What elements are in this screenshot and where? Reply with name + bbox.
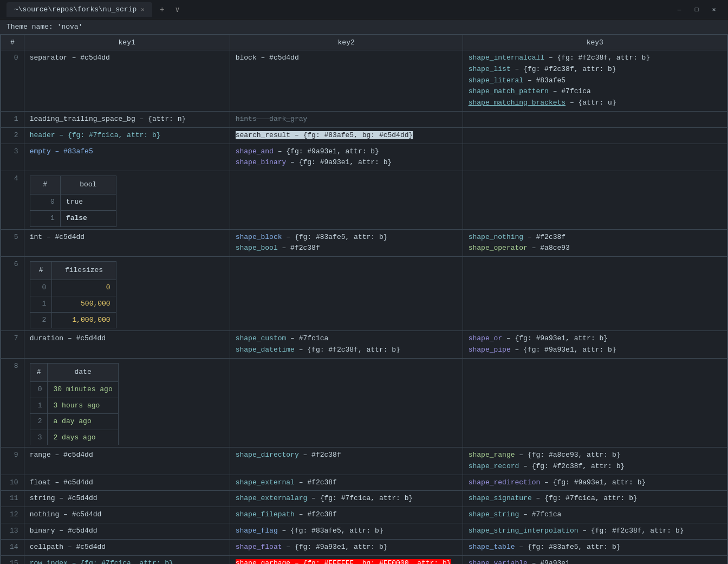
tab-active[interactable]: ~\source\repos\forks\nu_scrip ✕ (6, 2, 152, 17)
row-num-15: 15 (1, 555, 24, 564)
cell-11-key2: shape_externalarg – {fg: #7fc1ca, attr: … (230, 491, 463, 507)
cell-3-key3 (463, 144, 727, 171)
cell-15-key1: row_index – {fg: #7fc1ca, attr: b} (24, 555, 230, 564)
cell-6-key2 (230, 257, 463, 331)
cell-7-key1: duration – #c5d4dd (24, 331, 230, 359)
list-item: 2 1,000,000 (30, 312, 116, 328)
cell-9-key1: range – #c5d4dd (24, 447, 230, 475)
fs-col-filesizes: filesizes (52, 262, 116, 280)
cell-10-key3: shape_redirection – {fg: #9a93e1, attr: … (463, 475, 727, 491)
row-num-7: 7 (1, 331, 24, 359)
new-tab-button[interactable]: + (157, 4, 167, 15)
cell-6-key3 (463, 257, 727, 331)
table-row: 4 # bool 0 true (1, 171, 727, 229)
table-row: 13 binary – #c5d4dd shape_flag – {fg: #8… (1, 523, 727, 539)
bool-table: # bool 0 true 1 false (30, 176, 116, 226)
dropdown-button[interactable]: ∨ (172, 4, 183, 15)
maximize-button[interactable]: □ (689, 4, 704, 15)
cell-0-key2: block – #c5d4dd (230, 50, 463, 112)
row-num-3: 3 (1, 144, 24, 171)
list-item: 1 false (30, 210, 116, 226)
list-item: 3 2 days ago (30, 430, 118, 445)
tab-close-icon[interactable]: ✕ (141, 6, 145, 13)
cell-13-key1: binary – #c5d4dd (24, 523, 230, 539)
cell-0-key1: separator – #c5d4dd (24, 50, 230, 112)
close-button[interactable]: ✕ (706, 4, 722, 15)
cell-14-key2: shape_float – {fg: #9a93e1, attr: b} (230, 539, 463, 555)
cell-4-key1: # bool 0 true 1 false (24, 171, 230, 229)
list-item: 1 500,000 (30, 296, 116, 312)
cell-2-key3 (463, 127, 727, 144)
col-header-key3: key3 (463, 35, 727, 50)
cell-0-key3: shape_internalcall – {fg: #f2c38f, attr:… (463, 50, 727, 112)
row-num-14: 14 (1, 539, 24, 555)
cell-9-key3: shape_range – {fg: #a8ce93, attr: b} sha… (463, 447, 727, 475)
row-num-9: 9 (1, 447, 24, 475)
cell-11-key1: string – #c5d4dd (24, 491, 230, 507)
table-row: 0 separator – #c5d4dd block – #c5d4dd sh… (1, 50, 727, 112)
cell-4-key3 (463, 171, 727, 229)
cell-7-key2: shape_custom – #7fc1ca shape_datetime – … (230, 331, 463, 359)
row-num-10: 10 (1, 475, 24, 491)
cell-15-key3: shape_variable – #9a93e1 (463, 555, 727, 564)
cell-5-key3: shape_nothing – #f2c38f shape_operator –… (463, 229, 727, 257)
table-row: 1 leading_trailing_space_bg – {attr: n} … (1, 111, 727, 127)
cell-8-key1: # date 0 30 minutes ago 1 3 hours (24, 358, 230, 447)
cell-12-key3: shape_string – #7fc1ca (463, 507, 727, 523)
table-row: 5 int – #c5d4dd shape_block – {fg: #83af… (1, 229, 727, 257)
cell-5-key2: shape_block – {fg: #83afe5, attr: b} sha… (230, 229, 463, 257)
table-row: 7 duration – #c5d4dd shape_custom – #7fc… (1, 331, 727, 359)
row-num-1: 1 (1, 111, 24, 127)
table-row: 14 cellpath – #c5d4dd shape_float – {fg:… (1, 539, 727, 555)
cell-11-key3: shape_signature – {fg: #7fc1ca, attr: b} (463, 491, 727, 507)
row-num-6: 6 (1, 257, 24, 331)
row-num-11: 11 (1, 491, 24, 507)
col-header-hash: # (1, 35, 24, 50)
cell-6-key1: # filesizes 0 0 1 500,000 (24, 257, 230, 331)
cell-14-key3: shape_table – {fg: #83afe5, attr: b} (463, 539, 727, 555)
table-row: 12 nothing – #c5d4dd shape_filepath – #f… (1, 507, 727, 523)
cell-4-key2 (230, 171, 463, 229)
row-num-8: 8 (1, 358, 24, 447)
row-num-0: 0 (1, 50, 24, 112)
cell-13-key3: shape_string_interpolation – {fg: #f2c38… (463, 523, 727, 539)
cell-8-key2 (230, 358, 463, 447)
cell-1-key1: leading_trailing_space_bg – {attr: n} (24, 111, 230, 127)
cell-10-key1: float – #c5d4dd (24, 475, 230, 491)
table-row: 9 range – #c5d4dd shape_directory – #f2c… (1, 447, 727, 475)
list-item: 2 a day ago (30, 414, 118, 430)
filesizes-table: # filesizes 0 0 1 500,000 (30, 261, 116, 328)
theme-name-display: Theme name: 'nova' (0, 20, 728, 34)
row-num-12: 12 (1, 507, 24, 523)
cell-14-key1: cellpath – #c5d4dd (24, 539, 230, 555)
cell-15-key2: shape_garbage – {fg: #FFFFFF, bg: #FF000… (230, 555, 463, 564)
minimize-button[interactable]: — (672, 4, 687, 15)
list-item: 1 3 hours ago (30, 398, 118, 414)
bool-col-hash: # (30, 176, 60, 195)
table-row: 11 string – #c5d4dd shape_externalarg – … (1, 491, 727, 507)
list-item: 0 0 (30, 280, 116, 296)
cell-2-key1: header – {fg: #7fc1ca, attr: b} (24, 127, 230, 144)
row-num-5: 5 (1, 229, 24, 257)
date-col-hash: # (30, 363, 48, 381)
col-header-key2: key2 (230, 35, 463, 50)
cell-3-key2: shape_and – {fg: #9a93e1, attr: b} shape… (230, 144, 463, 171)
row-num-4: 4 (1, 171, 24, 229)
cell-12-key1: nothing – #c5d4dd (24, 507, 230, 523)
cell-13-key2: shape_flag – {fg: #83afe5, attr: b} (230, 523, 463, 539)
cell-8-key3 (463, 358, 727, 447)
data-table-container: # key1 key2 key3 0 separator – #c5d4dd b… (0, 34, 728, 564)
table-row: 10 float – #c5d4dd shape_external – #f2c… (1, 475, 727, 491)
cell-12-key2: shape_filepath – #f2c38f (230, 507, 463, 523)
titlebar: ~\source\repos\forks\nu_scrip ✕ + ∨ — □ … (0, 0, 728, 20)
table-row: 6 # filesizes 0 0 (1, 257, 727, 331)
cell-1-key3 (463, 111, 727, 127)
cell-10-key2: shape_external – #f2c38f (230, 475, 463, 491)
table-row: 2 header – {fg: #7fc1ca, attr: b} search… (1, 127, 727, 144)
window-controls: — □ ✕ (672, 4, 722, 15)
cell-7-key3: shape_or – {fg: #9a93e1, attr: b} shape_… (463, 331, 727, 359)
cell-2-key2: search_result – {fg: #83afe5, bg: #c5d4d… (230, 127, 463, 144)
tab-label: ~\source\repos\forks\nu_scrip (14, 5, 136, 14)
date-col-date: date (48, 363, 118, 381)
table-row: 15 row_index – {fg: #7fc1ca, attr: b} sh… (1, 555, 727, 564)
